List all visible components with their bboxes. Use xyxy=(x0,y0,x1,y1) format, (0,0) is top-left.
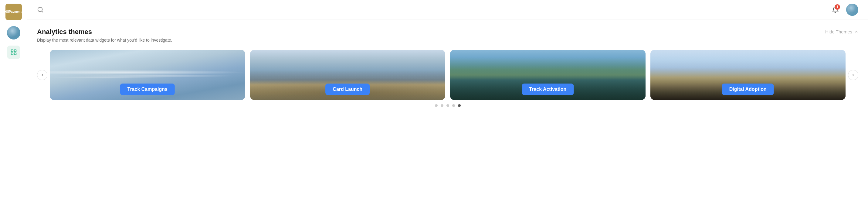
svg-point-3 xyxy=(7,26,20,39)
carousel-dot-2[interactable] xyxy=(441,104,443,107)
themes-subtitle: Display the most relevant data widgets f… xyxy=(37,38,172,42)
sidebar-chart-button[interactable] xyxy=(7,46,20,59)
svg-point-13 xyxy=(846,4,858,16)
theme-card-track-activation[interactable]: Track Activation xyxy=(450,50,646,100)
svg-rect-7 xyxy=(14,53,16,55)
sidebar-user-avatar[interactable] xyxy=(7,26,20,39)
themes-title: Analytics themes xyxy=(37,28,172,36)
hide-themes-button[interactable]: Hide Themes xyxy=(825,29,858,34)
carousel-wrapper: Track Campaigns Card Launch Track Activa… xyxy=(37,50,858,100)
theme-card-digital-adoption[interactable]: Digital Adoption xyxy=(650,50,846,100)
carousel-dot-1[interactable] xyxy=(435,104,438,107)
theme-card-track-campaigns[interactable]: Track Campaigns xyxy=(50,50,245,100)
notification-badge: 1 xyxy=(835,4,840,10)
card-label-card-launch: Card Launch xyxy=(326,84,370,95)
header: 1 xyxy=(27,0,868,20)
themes-header: Analytics themes Display the most releva… xyxy=(37,28,858,42)
themes-title-block: Analytics themes Display the most releva… xyxy=(37,28,172,42)
carousel-dot-4[interactable] xyxy=(452,104,455,107)
carousel-dot-5[interactable] xyxy=(458,104,461,107)
carousel-dots xyxy=(37,104,858,107)
header-right: 1 xyxy=(829,4,858,16)
svg-rect-6 xyxy=(11,53,13,55)
carousel-cards: Track Campaigns Card Launch Track Activa… xyxy=(50,50,845,100)
svg-line-9 xyxy=(41,11,43,12)
card-label-digital-adoption: Digital Adoption xyxy=(722,84,774,95)
hide-themes-label: Hide Themes xyxy=(825,29,852,34)
carousel-dot-3[interactable] xyxy=(446,104,449,107)
content-area: Analytics themes Display the most releva… xyxy=(27,20,868,209)
notification-button[interactable]: 1 xyxy=(829,4,841,16)
carousel-prev-button[interactable] xyxy=(37,70,48,80)
user-avatar[interactable] xyxy=(846,4,858,16)
main-content: 1 xyxy=(27,0,868,209)
theme-card-card-launch[interactable]: Card Launch xyxy=(250,50,445,100)
card-label-track-activation: Track Activation xyxy=(522,84,574,95)
card-label-track-campaigns: Track Campaigns xyxy=(120,84,175,95)
carousel-next-button[interactable] xyxy=(848,70,858,80)
sidebar: DSI Payments xyxy=(0,0,27,209)
sidebar-logo[interactable]: DSI Payments xyxy=(5,4,22,20)
svg-rect-5 xyxy=(14,50,16,52)
svg-rect-4 xyxy=(11,50,13,52)
search-button[interactable] xyxy=(37,6,44,13)
